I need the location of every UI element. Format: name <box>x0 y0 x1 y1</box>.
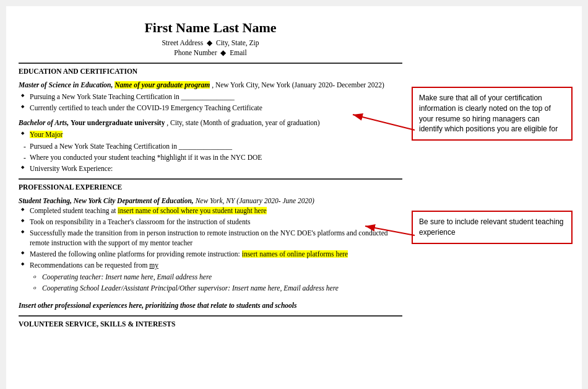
masters-degree: Master of Science in Education, <box>19 81 113 89</box>
email-label: Email <box>230 49 246 56</box>
diamond-2: ◆ <box>220 48 226 58</box>
student-teaching-item: Student Teaching, New York City Departme… <box>19 196 402 293</box>
ba-title-line: Bachelor of Arts, Your undergraduate uni… <box>19 118 402 128</box>
ba-degree: Bachelor of Arts, <box>19 119 69 126</box>
phone-label: Phone Number <box>174 49 217 56</box>
list-item: Currently certified to teach under the C… <box>30 103 402 113</box>
school-highlight: insert name of school where you student … <box>118 207 266 214</box>
other-exp-label: Insert other professional experiences he… <box>19 302 297 309</box>
list-item: Cooperating teacher: Insert name here, E… <box>42 272 402 282</box>
ba-extra-bullets: University Work Experience: <box>19 164 402 173</box>
list-item: Cooperating School Leader/Assistant Prin… <box>42 283 402 293</box>
diamond-1: ◆ <box>207 38 212 48</box>
professional-divider <box>19 178 402 180</box>
st-bullets: Completed student teaching at insert nam… <box>19 206 402 293</box>
my-link: my <box>149 261 158 269</box>
education-heading: EDUCATION AND CERTIFICATION <box>19 66 402 76</box>
annotation-box-2: Be sure to include relevant student teac… <box>412 211 573 244</box>
platforms-highlight: insert names of online platforms here <box>242 250 348 258</box>
annotation-1-text: Make sure that all of your certification… <box>419 94 558 133</box>
list-item: University Work Experience: <box>30 164 402 173</box>
edu-item-ba: Bachelor of Arts, Your undergraduate uni… <box>19 118 402 173</box>
annotation-box-1: Make sure that all of your certification… <box>412 87 573 141</box>
edu-item-masters: Master of Science in Education, Name of … <box>19 80 402 113</box>
ba-dash-list: Pursued a New York State Teaching Certif… <box>19 141 402 162</box>
program-highlight: Name of your graduate program <box>115 81 210 89</box>
annotation-2-text: Be sure to include relevant student teac… <box>419 217 563 237</box>
other-experience-text: Insert other professional experiences he… <box>19 300 402 310</box>
list-item: Took on responsibility in a Teacher's cl… <box>30 217 402 227</box>
address-line: Street Address ◆ City, State, Zip <box>19 38 402 48</box>
masters-title-line: Master of Science in Education, Name of … <box>19 80 402 90</box>
page-wrapper: First Name Last Name Street Address ◆ Ci… <box>6 6 582 389</box>
ba-bullets: Your Major <box>19 129 402 139</box>
list-item: Completed student teaching at insert nam… <box>30 206 402 216</box>
masters-location: , New York City, New York (January 2020-… <box>212 81 384 89</box>
major-highlight: Your Major <box>30 131 63 138</box>
volunteer-divider <box>19 315 402 317</box>
contact-line: Phone Number ◆ Email <box>19 48 402 58</box>
student-teaching-title-line: Student Teaching, New York City Departme… <box>19 196 402 206</box>
list-item: Pursuing a New York State Teaching Certi… <box>30 92 402 102</box>
volunteer-heading: VOLUNTEER SERVICE, SKILLS & INTERESTS <box>19 319 402 329</box>
city-state: City, State, Zip <box>216 39 259 46</box>
st-location: New York, NY (January 2020- June 2020) <box>196 197 314 204</box>
list-item: Where you conducted your student teachin… <box>30 152 402 162</box>
resume-area: First Name Last Name Street Address ◆ Ci… <box>19 19 402 329</box>
list-item: Recommendations can be requested from my <box>30 260 402 270</box>
street-address: Street Address <box>162 39 203 46</box>
ba-university: Your undergraduate university <box>71 119 165 126</box>
st-title: Student Teaching, New York City Departme… <box>19 197 194 204</box>
ba-location: , City, state (Month of graduation, year… <box>166 119 319 126</box>
sub-bullets: Cooperating teacher: Insert name here, E… <box>30 272 402 293</box>
list-item: Pursued a New York State Teaching Certif… <box>30 141 402 151</box>
education-divider <box>19 63 402 64</box>
resume-name: First Name Last Name <box>19 19 402 38</box>
list-item: Your Major <box>30 129 402 139</box>
list-item: Successfully made the transition from in… <box>30 228 402 248</box>
professional-heading: PROFESSIONAL EXPERIENCE <box>19 182 402 192</box>
list-item: Mastered the following online platforms … <box>30 249 402 259</box>
masters-bullets: Pursuing a New York State Teaching Certi… <box>19 92 402 113</box>
name-block: First Name Last Name Street Address ◆ Ci… <box>19 19 402 58</box>
